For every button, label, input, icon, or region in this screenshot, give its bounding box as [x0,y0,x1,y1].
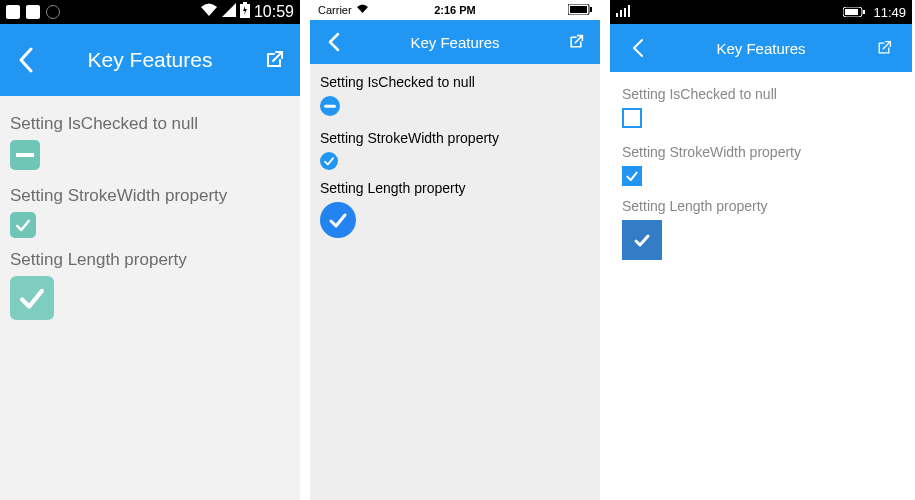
item-label: Setting StrokeWidth property [10,186,290,206]
page-title: Key Features [40,48,260,72]
signal-icon [616,5,632,20]
signal-icon [222,3,236,21]
status-clock: 2:16 PM [434,4,476,16]
svg-rect-11 [845,9,858,15]
back-button[interactable] [12,47,40,73]
external-link-button[interactable] [260,50,288,70]
back-button[interactable] [320,32,348,52]
device-uwp: 11:49 Key Features Setting IsChecked to … [610,0,912,500]
item-label: Setting Length property [320,180,590,196]
svg-rect-10 [863,10,865,14]
item-label: Setting Length property [622,198,900,214]
checkbox-checked-large[interactable] [622,220,662,260]
checkbox-checked[interactable] [622,166,642,186]
checkbox-indeterminate[interactable] [622,108,642,128]
page-title: Key Features [348,34,562,51]
page-title: Key Features [652,40,870,57]
svg-rect-1 [243,2,247,4]
notification-icon [6,5,20,19]
item-label: Setting IsChecked to null [622,86,900,102]
item-label: Setting Length property [10,250,290,270]
item-label: Setting IsChecked to null [320,74,590,90]
checkbox-checked[interactable] [320,152,338,170]
checkbox-indeterminate[interactable] [320,96,340,116]
battery-icon [843,3,865,21]
external-link-button[interactable] [870,40,898,56]
item-label: Setting IsChecked to null [10,114,290,134]
content-area: Setting IsChecked to null Setting Stroke… [310,64,600,500]
app-bar: Key Features [310,20,600,64]
svg-rect-5 [616,13,618,17]
battery-icon [240,2,250,22]
wifi-icon [200,3,218,21]
status-bar: 10:59 [0,0,300,24]
status-clock: 10:59 [254,3,294,21]
item-label: Setting StrokeWidth property [622,144,900,160]
svg-rect-3 [570,6,587,13]
device-ios: Carrier 2:16 PM Key Features Setting IsC… [310,0,600,500]
content-area: Setting IsChecked to null Setting Stroke… [610,72,912,500]
item-label: Setting StrokeWidth property [320,130,590,146]
carrier-label: Carrier [318,4,352,16]
svg-rect-6 [620,10,622,17]
svg-rect-8 [628,5,630,17]
svg-rect-4 [590,7,592,12]
checkbox-indeterminate[interactable] [10,140,40,170]
checkbox-checked-large[interactable] [320,202,356,238]
content-area: Setting IsChecked to null Setting Stroke… [0,96,300,500]
sync-icon [46,5,60,19]
app-bar: Key Features [610,24,912,72]
back-button[interactable] [624,38,652,58]
status-bar: 11:49 [610,0,912,24]
device-android: 10:59 Key Features Setting IsChecked to … [0,0,300,500]
checkbox-checked[interactable] [10,212,36,238]
wifi-icon [356,4,369,16]
svg-rect-7 [624,8,626,17]
checkbox-checked-large[interactable] [10,276,54,320]
status-clock: 11:49 [873,5,906,20]
sd-card-icon [26,5,40,19]
external-link-button[interactable] [562,34,590,50]
status-bar: Carrier 2:16 PM [310,0,600,20]
app-bar: Key Features [0,24,300,96]
battery-icon [568,4,592,17]
